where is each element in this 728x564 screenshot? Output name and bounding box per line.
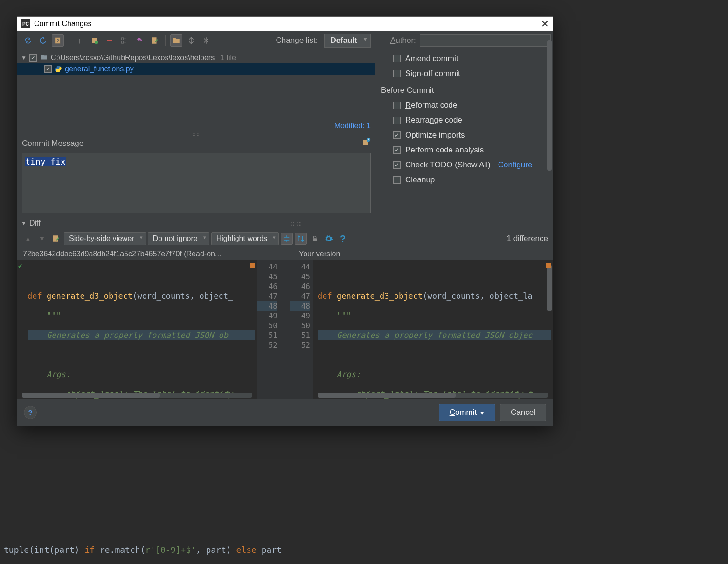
file-name[interactable]: general_functions.py — [65, 65, 134, 73]
amend-label: Amend commit — [405, 54, 458, 63]
right-vscroll[interactable] — [547, 265, 552, 311]
next-diff-icon[interactable]: ▼ — [36, 233, 48, 245]
dialog-footer: ? Commit▼ Cancel — [17, 399, 553, 426]
rollback-icon[interactable] — [133, 34, 146, 47]
remove-icon[interactable]: − — [104, 34, 116, 47]
dialog-title: Commit Changes — [34, 20, 92, 28]
analysis-label: Perform code analysis — [405, 145, 484, 155]
diff-drag-handle[interactable]: ⠶⠶ — [43, 219, 549, 228]
ok-marker-icon: ✔ — [18, 262, 22, 269]
add-icon[interactable]: ＋ — [74, 34, 86, 47]
gear-icon[interactable] — [323, 233, 335, 245]
viewer-mode-select[interactable]: Side-by-side viewer — [64, 232, 146, 245]
edit-source-icon[interactable] — [148, 34, 160, 47]
diff-toolbar: ▲ ▼ Side-by-side viewer Do not ignore Hi… — [17, 229, 553, 248]
drag-handle[interactable]: ⠶⠶ — [17, 132, 375, 136]
cleanup-label: Cleanup — [405, 175, 435, 185]
ignore-select[interactable]: Do not ignore — [148, 232, 209, 245]
right-line-numbers: 44 45 46 47 48 49 50 51 52 — [290, 260, 313, 399]
options-panel: Author: Amend commit Sign-off commit Bef… — [375, 31, 553, 217]
group-icon[interactable] — [118, 34, 131, 47]
show-diff-icon[interactable]: ? — [52, 34, 64, 47]
highlight-select[interactable]: Highlight words — [211, 232, 279, 245]
folder-icon — [40, 54, 48, 62]
python-file-icon — [55, 65, 62, 73]
changes-tree: ▼ C:\Users\zcsxo\GithubRepos\Lexos\lexos… — [17, 50, 375, 76]
change-marker — [250, 263, 255, 268]
svg-rect-9 — [53, 235, 58, 242]
move-changelist-icon[interactable] — [89, 34, 101, 47]
changelist-label: Change list: — [276, 36, 318, 45]
help-diff-icon[interactable]: ? — [337, 233, 349, 245]
diff-right-pane[interactable]: def generate_d3_object(word_counts, obje… — [313, 260, 553, 399]
signoff-label: Sign-off commit — [405, 69, 460, 78]
svg-rect-6 — [152, 37, 157, 44]
svg-text:?: ? — [56, 38, 59, 43]
modified-count: Modified: 1 — [17, 120, 375, 132]
before-commit-label: Before Commit — [379, 81, 551, 98]
edit-diff-icon[interactable] — [50, 233, 62, 245]
cleanup-checkbox[interactable] — [393, 176, 401, 184]
group-by-dir-icon[interactable] — [170, 34, 182, 47]
svg-point-3 — [95, 41, 98, 44]
svg-rect-5 — [121, 41, 124, 44]
svg-rect-4 — [121, 38, 124, 40]
changes-toolbar: ? ＋ − Change list: Default — [17, 31, 375, 50]
todo-label: Check TODO (Show All) — [405, 160, 491, 170]
diff-collapse-chevron[interactable]: ▼ — [21, 220, 27, 227]
rearrange-label: Rearrange code — [405, 116, 462, 125]
commit-button[interactable]: Commit▼ — [439, 404, 495, 421]
diff-splitter[interactable]: ⠇ — [280, 260, 290, 399]
options-scrollbar[interactable] — [547, 40, 552, 171]
folder-path: C:\Users\zcsxo\GithubRepos\Lexos\lexos\h… — [51, 54, 215, 62]
diff-count: 1 difference — [506, 234, 548, 243]
sync-icon[interactable] — [37, 34, 49, 47]
chevron-down-icon[interactable]: ▼ — [21, 55, 27, 61]
rearrange-checkbox[interactable] — [393, 117, 401, 124]
refresh-icon[interactable] — [22, 34, 34, 47]
lock-icon[interactable] — [309, 233, 321, 245]
todo-checkbox[interactable] — [393, 161, 401, 169]
changelist-select[interactable]: Default — [324, 34, 371, 48]
file-checkbox[interactable] — [44, 65, 52, 73]
prev-diff-icon[interactable]: ▲ — [22, 233, 34, 245]
left-line-numbers: 44 45 46 47 48 49 50 51 52 — [257, 260, 280, 399]
amend-checkbox[interactable] — [393, 55, 401, 62]
collapse-icon[interactable] — [200, 34, 212, 47]
cancel-button[interactable]: Cancel — [500, 404, 546, 421]
author-input[interactable] — [420, 34, 551, 47]
tree-folder-row[interactable]: ▼ C:\Users\zcsxo\GithubRepos\Lexos\lexos… — [17, 52, 375, 63]
commit-message-input[interactable]: tiny fix — [22, 153, 371, 213]
change-marker-right — [546, 263, 551, 268]
diff-left-header: 72be3642ddac63d9a8db24f1a5c27b4657e7f70f… — [23, 250, 271, 258]
file-count: 1 file — [220, 54, 236, 62]
expand-icon[interactable] — [185, 34, 197, 47]
diff-left-pane[interactable]: ✔ def generate_d3_object(word_counts, ob… — [17, 260, 257, 399]
svg-rect-10 — [313, 238, 317, 241]
diff-view: ✔ def generate_d3_object(word_counts, ob… — [17, 260, 553, 399]
author-label: Author: — [390, 36, 416, 45]
collapse-unchanged-icon[interactable] — [281, 233, 293, 245]
folder-checkbox[interactable] — [29, 54, 37, 62]
right-hscroll[interactable] — [318, 393, 548, 398]
configure-link[interactable]: Configure — [498, 160, 533, 170]
app-icon: PC — [21, 19, 30, 28]
optimize-checkbox[interactable] — [393, 131, 401, 139]
help-button[interactable]: ? — [24, 406, 37, 419]
left-hscroll[interactable] — [22, 393, 252, 398]
reformat-checkbox[interactable] — [393, 102, 401, 109]
signoff-checkbox[interactable] — [393, 70, 401, 77]
sync-scroll-icon[interactable] — [295, 233, 307, 245]
analysis-checkbox[interactable] — [393, 146, 401, 154]
history-icon[interactable] — [361, 138, 371, 149]
close-icon[interactable]: ✕ — [541, 18, 549, 29]
diff-label: Diff — [29, 219, 41, 227]
diff-right-header: Your version — [271, 250, 547, 258]
tree-file-row[interactable]: general_functions.py — [17, 63, 375, 75]
reformat-label: Reformat code — [405, 101, 458, 110]
background-code: tuple(int(part) if re.match(r'[0-9]+$', … — [4, 545, 282, 555]
optimize-label: Optimize imports — [405, 131, 465, 140]
titlebar: PC Commit Changes ✕ — [17, 17, 553, 31]
commit-message-label: Commit Message — [22, 139, 83, 148]
commit-dialog: PC Commit Changes ✕ ? ＋ − — [17, 16, 553, 426]
